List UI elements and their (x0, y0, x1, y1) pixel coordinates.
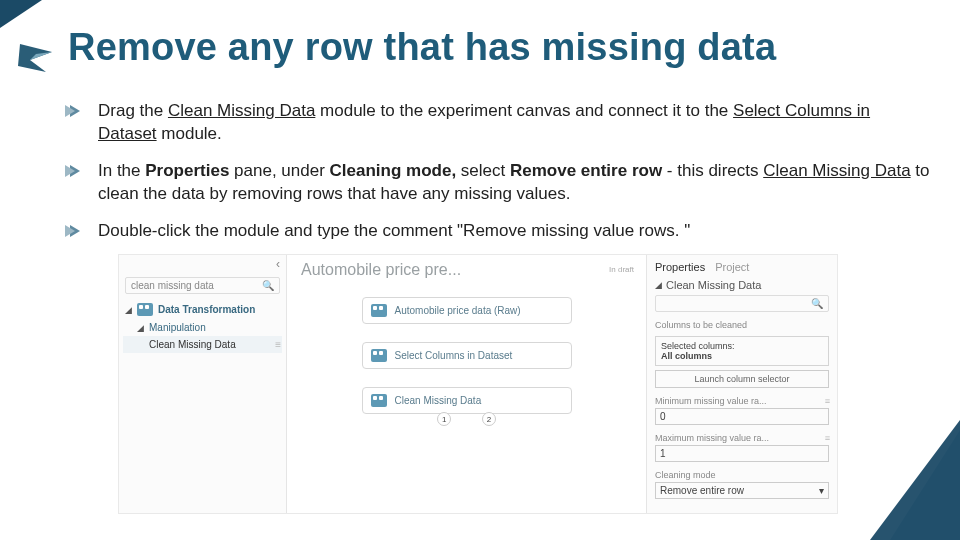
drag-handle-icon[interactable]: ≡ (275, 339, 280, 350)
experiment-title: Automobile price pre... (301, 261, 632, 279)
properties-pane: Properties Project ◢Clean Missing Data 🔍… (647, 255, 837, 513)
select-cleaning-mode[interactable]: Remove entire row▾ (655, 482, 829, 499)
search-text: clean missing data (131, 280, 214, 291)
tab-project[interactable]: Project (715, 261, 749, 273)
decoration-corner-top-left (0, 0, 42, 28)
dataset-icon (371, 304, 387, 317)
slide-title: Remove any row that has missing data (68, 26, 776, 69)
input-max-missing[interactable]: 1 (655, 445, 829, 462)
launch-column-selector-button[interactable]: Launch column selector (655, 370, 829, 388)
selected-columns-value: All columns (661, 351, 823, 361)
link-clean-missing-data[interactable]: Clean Missing Data (168, 101, 315, 120)
tree-category-data-transformation[interactable]: ◢Data Transformation (123, 300, 282, 319)
selected-columns-label: Selected columns: (661, 341, 823, 351)
link-clean-missing-data-2[interactable]: Clean Missing Data (763, 161, 910, 180)
collapse-icon[interactable]: ‹ (119, 255, 286, 273)
module-select-columns[interactable]: Select Columns in Dataset (362, 342, 572, 369)
output-port-2[interactable]: 2 (482, 412, 496, 426)
label-columns-to-clean: Columns to be cleaned (655, 320, 829, 330)
more-icon[interactable]: ≡ (825, 396, 829, 406)
module-automobile-data[interactable]: Automobile price data (Raw) (362, 297, 572, 324)
bullet-3: Double-click the module and type the com… (68, 220, 930, 243)
output-port-1[interactable]: 1 (437, 412, 451, 426)
properties-section-title[interactable]: ◢Clean Missing Data (655, 279, 829, 291)
bullet-2: In the Properties pane, under Cleaning m… (68, 160, 930, 206)
bullet-1: Drag the Clean Missing Data module to th… (68, 100, 930, 146)
search-icon: 🔍 (811, 298, 823, 309)
label-max-missing: Maximum missing value ra...≡ (655, 433, 829, 443)
experiment-canvas[interactable]: Automobile price pre... In draft Automob… (287, 255, 647, 513)
tree-category-manipulation[interactable]: ◢Manipulation (123, 319, 282, 336)
embedded-screenshot: ‹ clean missing data 🔍 ◢Data Transformat… (118, 254, 838, 514)
module-icon (371, 349, 387, 362)
slide-body: Drag the Clean Missing Data module to th… (68, 100, 930, 257)
decoration-corner-bottom-right (870, 420, 960, 540)
module-icon (371, 394, 387, 407)
draft-status: In draft (609, 265, 634, 274)
module-palette: ‹ clean missing data 🔍 ◢Data Transformat… (119, 255, 287, 513)
palette-search-input[interactable]: clean missing data 🔍 (125, 277, 280, 294)
category-icon (137, 303, 153, 316)
tab-properties[interactable]: Properties (655, 261, 705, 273)
slide-logo-icon (16, 36, 56, 76)
more-icon[interactable]: ≡ (825, 433, 829, 443)
search-icon: 🔍 (262, 280, 274, 291)
chevron-down-icon: ▾ (819, 485, 824, 496)
input-min-missing[interactable]: 0 (655, 408, 829, 425)
tree-item-clean-missing-data[interactable]: Clean Missing Data≡ (123, 336, 282, 353)
properties-search[interactable]: 🔍 (655, 295, 829, 312)
label-cleaning-mode: Cleaning mode (655, 470, 829, 480)
label-min-missing: Minimum missing value ra...≡ (655, 396, 829, 406)
module-clean-missing-data[interactable]: Clean Missing Data (362, 387, 572, 414)
selected-columns-box: Selected columns: All columns (655, 336, 829, 366)
output-ports: 1 2 (301, 412, 632, 426)
